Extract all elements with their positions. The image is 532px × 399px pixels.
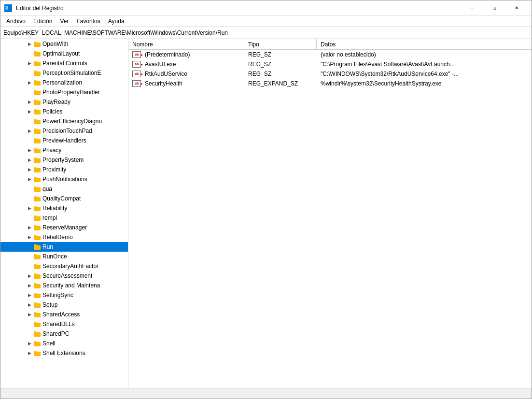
table-row[interactable]: ab▶SecurityHealthREG_EXPAND_SZ%windir%\s…	[128, 79, 532, 88]
tree-item-precisiontouchpad[interactable]: ▶PrecisionTouchPad	[0, 126, 128, 136]
menu-archivo[interactable]: Archivo	[2, 17, 29, 26]
svg-rect-37	[34, 207, 41, 211]
tree-item-setup[interactable]: ▶Setup	[0, 300, 128, 310]
reg-arrow-icon: ▶	[140, 71, 143, 76]
minimize-button[interactable]: ─	[461, 0, 483, 16]
nombre-text: (Predeterminado)	[145, 51, 190, 58]
tree-arrow: ▶	[26, 166, 33, 173]
tree-arrow	[26, 117, 33, 125]
tree-item-shell[interactable]: ▶Shell	[0, 339, 128, 348]
tree-item-security-and-maintena[interactable]: ▶Security and Maintena	[0, 281, 128, 290]
reg-arrow-icon: ▶	[140, 81, 143, 86]
tree-item-qualitycompat[interactable]: QualityCompat	[0, 194, 128, 203]
tree-arrow	[26, 137, 33, 144]
registry-editor-window: R Editor del Registro ─ □ ✕ Archivo Edic…	[0, 0, 532, 399]
tree-pane[interactable]: ▶OpenWithOptimalLayout▶Parental Controls…	[0, 39, 128, 388]
app-icon: R	[4, 4, 12, 12]
tree-item-optimallayout[interactable]: OptimalLayout	[0, 49, 128, 58]
address-text: Equipo\HKEY_LOCAL_MACHINE\SOFTWARE\Micro…	[3, 29, 529, 36]
tree-arrow: ▶	[26, 311, 33, 318]
tree-label: OptimalLayout	[42, 50, 80, 57]
tree-item-powerefficiencydiagno[interactable]: PowerEfficiencyDiagno	[0, 116, 128, 126]
table-row[interactable]: ab▶RtkAudUServiceREG_SZ"C:\WINDOWS\Syste…	[128, 69, 532, 79]
menu-edicion[interactable]: Edición	[29, 17, 56, 26]
tree-arrow	[26, 88, 33, 96]
tree-item-sharedpc[interactable]: SharedPC	[0, 329, 128, 339]
tree-item-retaildemo[interactable]: ▶RetailDemo	[0, 232, 128, 242]
nombre-text: RtkAudUService	[145, 71, 187, 77]
svg-rect-27	[34, 158, 41, 163]
tree-item-personalization[interactable]: ▶Personalization	[0, 78, 128, 87]
menu-favoritos[interactable]: Favoritos	[72, 17, 104, 26]
svg-rect-41	[34, 226, 41, 230]
tree-item-secureassessment[interactable]: ▶SecureAssessment	[0, 271, 128, 281]
tree-arrow: ▶	[26, 175, 33, 183]
tree-item-policies[interactable]: ▶Policies	[0, 107, 128, 116]
tree-item-parental-controls[interactable]: ▶Parental Controls	[0, 58, 128, 68]
tree-item-reservemanager[interactable]: ▶ReserveManager	[0, 223, 128, 232]
tree-item-runonce[interactable]: RunOnce	[0, 252, 128, 261]
cell-tipo: REG_SZ	[244, 61, 317, 68]
svg-rect-49	[34, 265, 41, 269]
folder-icon	[33, 262, 41, 270]
col-tipo-header[interactable]: Tipo	[244, 39, 317, 49]
tree-item-propertysystem[interactable]: ▶PropertySystem	[0, 155, 128, 165]
folder-icon	[33, 340, 41, 347]
tree-item-playready[interactable]: ▶PlayReady	[0, 97, 128, 107]
tree-item-shell-extensions[interactable]: ▶Shell Extensions	[0, 348, 128, 358]
table-row[interactable]: ab▶AvastUI.exeREG_SZ"C:\Program Files\Av…	[128, 59, 532, 69]
folder-icon	[33, 98, 41, 106]
col-datos-header[interactable]: Datos	[317, 39, 532, 49]
tree-arrow	[26, 243, 33, 251]
tree-arrow: ▶	[26, 156, 33, 164]
tree-item-settingsync[interactable]: ▶SettingSync	[0, 290, 128, 300]
folder-icon	[33, 243, 41, 251]
folder-icon	[33, 320, 41, 328]
reg-arrow-icon: ▶	[140, 62, 143, 66]
table-row[interactable]: ab▶(Predeterminado)REG_SZ(valor no estab…	[128, 50, 532, 59]
cell-nombre: ab▶SecurityHealth	[128, 80, 244, 87]
menu-ver[interactable]: Ver	[56, 17, 72, 26]
tree-item-rempl[interactable]: rempl	[0, 213, 128, 223]
folder-icon	[33, 301, 41, 309]
tree-arrow: ▶	[26, 282, 33, 289]
tree-item-run[interactable]: Run	[0, 242, 128, 252]
tree-label: Shell	[42, 340, 56, 347]
tree-label: OpenWith	[42, 41, 68, 47]
folder-icon	[33, 204, 41, 212]
tree-arrow: ▶	[26, 204, 33, 212]
reg-value-icon: ab▶	[132, 80, 141, 87]
tree-label: Parental Controls	[42, 60, 87, 67]
tree-label: ReserveManager	[42, 224, 87, 231]
folder-icon	[33, 146, 41, 154]
menu-ayuda[interactable]: Ayuda	[104, 17, 128, 26]
close-button[interactable]: ✕	[505, 0, 528, 16]
tree-item-pushnotifications[interactable]: ▶PushNotifications	[0, 174, 128, 184]
tree-arrow: ▶	[26, 108, 33, 115]
tree-item-proximity[interactable]: ▶Proximity	[0, 165, 128, 174]
svg-rect-11	[34, 81, 41, 86]
folder-icon	[33, 166, 41, 173]
tree-item-openwith[interactable]: ▶OpenWith	[0, 39, 128, 49]
svg-rect-61	[34, 323, 41, 327]
tree-arrow	[26, 330, 33, 338]
tree-item-qua[interactable]: qua	[0, 184, 128, 194]
svg-rect-63	[34, 332, 41, 337]
tree-item-reliability[interactable]: ▶Reliability	[0, 203, 128, 213]
tree-item-previewhandlers[interactable]: PreviewHandlers	[0, 136, 128, 145]
tree-label: PlayReady	[42, 99, 70, 105]
tree-item-shareddlls[interactable]: SharedDLLs	[0, 319, 128, 329]
tree-item-photopropertyhandler[interactable]: PhotoPropertyHandler	[0, 87, 128, 97]
tree-item-perceptionsimulatione[interactable]: PerceptionSimulationE	[0, 68, 128, 78]
tree-label: Reliability	[42, 205, 67, 212]
tree-item-secondaryauthfactor[interactable]: SecondaryAuthFactor	[0, 261, 128, 271]
tree-item-privacy[interactable]: ▶Privacy	[0, 145, 128, 155]
tree-item-sharedaccess[interactable]: ▶SharedAccess	[0, 310, 128, 319]
tree-arrow	[26, 320, 33, 328]
restore-button[interactable]: □	[483, 0, 505, 16]
tree-label: PerceptionSimulationE	[42, 70, 101, 76]
cell-tipo: REG_EXPAND_SZ	[244, 80, 317, 87]
folder-icon	[33, 156, 41, 164]
col-nombre-header[interactable]: Nombre	[128, 39, 244, 49]
address-bar[interactable]: Equipo\HKEY_LOCAL_MACHINE\SOFTWARE\Micro…	[0, 27, 532, 39]
